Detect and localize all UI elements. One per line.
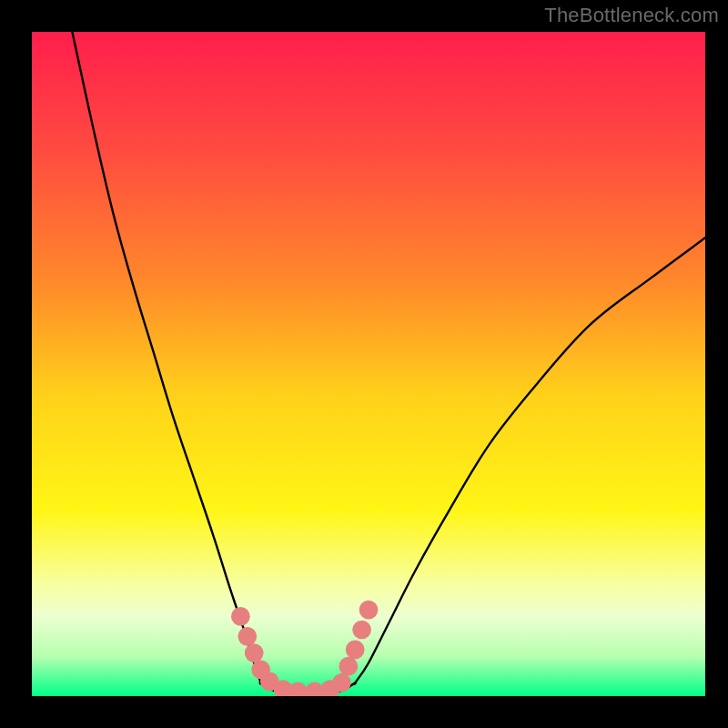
chart-frame: TheBottleneck.com bbox=[0, 0, 728, 728]
chart-svg bbox=[32, 32, 705, 696]
gradient-background bbox=[32, 32, 705, 696]
highlight-marker bbox=[238, 627, 257, 646]
highlight-marker bbox=[339, 657, 358, 676]
plot-area bbox=[32, 32, 705, 696]
highlight-marker bbox=[346, 641, 365, 660]
watermark-text: TheBottleneck.com bbox=[544, 4, 719, 27]
highlight-marker bbox=[332, 673, 351, 693]
highlight-marker bbox=[245, 643, 264, 662]
highlight-marker bbox=[231, 607, 250, 626]
highlight-marker bbox=[352, 621, 371, 640]
highlight-marker bbox=[359, 601, 379, 620]
